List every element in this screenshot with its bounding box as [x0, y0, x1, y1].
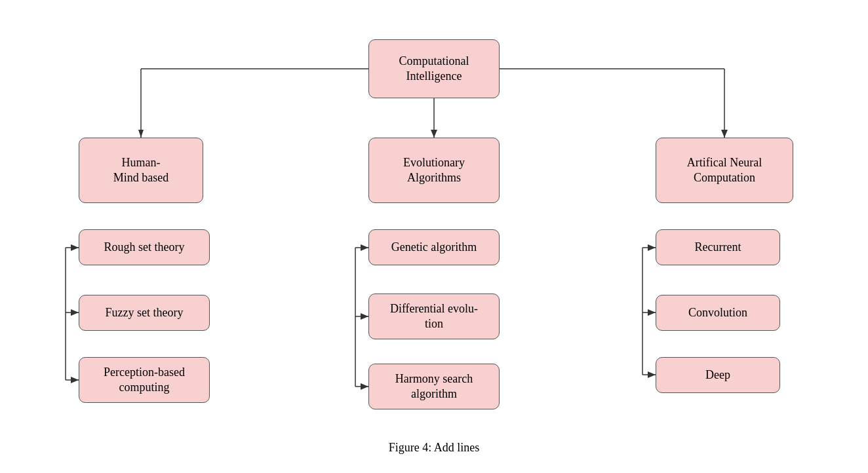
node-harmony: Harmony searchalgorithm: [368, 364, 500, 409]
svg-marker-20: [361, 313, 368, 320]
node-rough: Rough set theory: [79, 229, 210, 265]
node-perception: Perception-basedcomputing: [79, 357, 210, 403]
node-neural: Artifical NeuralComputation: [656, 138, 793, 203]
svg-marker-27: [648, 309, 656, 316]
svg-marker-19: [361, 244, 368, 251]
svg-marker-14: [71, 377, 79, 383]
figure-caption: Figure 4: Add lines: [0, 441, 868, 455]
node-neural-label: Artifical NeuralComputation: [687, 155, 762, 186]
node-evolutionary: EvolutionaryAlgorithms: [368, 138, 500, 203]
node-differential: Differential evolu-tion: [368, 293, 500, 339]
node-fuzzy: Fuzzy set theory: [79, 295, 210, 331]
node-deep: Deep: [656, 357, 780, 393]
node-evolutionary-label: EvolutionaryAlgorithms: [403, 155, 465, 186]
node-fuzzy-label: Fuzzy set theory: [106, 305, 184, 320]
svg-marker-12: [71, 244, 79, 251]
node-convolution-label: Convolution: [688, 305, 747, 320]
node-convolution: Convolution: [656, 295, 780, 331]
node-recurrent: Recurrent: [656, 229, 780, 265]
node-human-label: Human-Mind based: [113, 155, 169, 186]
diagram-container: Computational Intelligence Human-Mind ba…: [0, 0, 868, 473]
svg-marker-2: [138, 130, 144, 138]
node-human: Human-Mind based: [79, 138, 203, 203]
svg-marker-28: [648, 371, 656, 378]
svg-marker-7: [721, 130, 728, 138]
svg-marker-21: [361, 383, 368, 390]
node-harmony-label: Harmony searchalgorithm: [395, 371, 473, 402]
node-deep-label: Deep: [705, 368, 730, 383]
svg-marker-4: [431, 130, 437, 138]
node-root: Computational Intelligence: [368, 39, 500, 98]
node-genetic-label: Genetic algorithm: [391, 240, 477, 255]
node-genetic: Genetic algorithm: [368, 229, 500, 265]
node-root-label: Computational Intelligence: [377, 54, 491, 85]
caption-text: Figure 4: Add lines: [389, 441, 480, 454]
node-rough-label: Rough set theory: [104, 240, 185, 255]
svg-marker-26: [648, 244, 656, 251]
node-differential-label: Differential evolu-tion: [390, 301, 478, 332]
svg-marker-13: [71, 309, 79, 316]
node-perception-label: Perception-basedcomputing: [104, 365, 185, 396]
node-recurrent-label: Recurrent: [695, 240, 741, 255]
